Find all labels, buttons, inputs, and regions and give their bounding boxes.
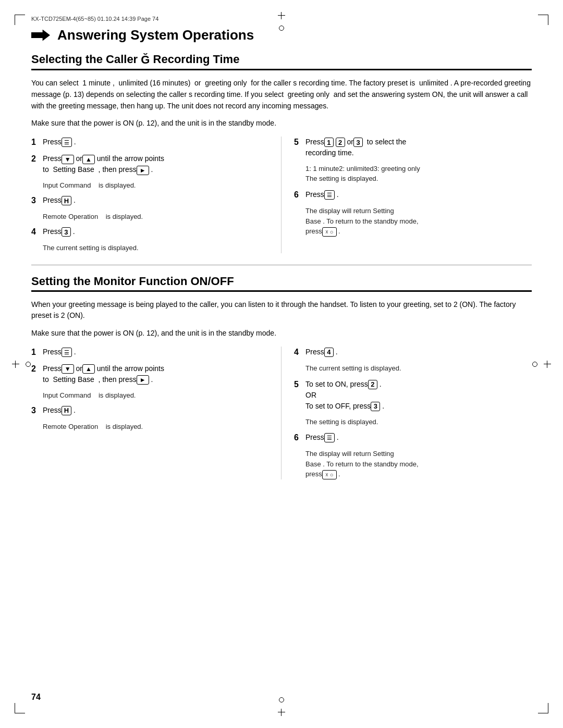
key-H2-icon: H [62,406,71,415]
subsection-monitor: Setting the Monitor Function ON/OFF When… [31,275,532,479]
step-s1-6-indent: The display will return Setting Base . T… [305,206,532,237]
step-s1-5: 5 Press1 2 or3 to select therecording ti… [294,137,532,158]
subsection1-title: Selecting the Caller Ğ Recording Time [31,53,532,70]
step-s2-5-indent: The setting is displayed. [305,417,532,427]
key-down-icon: ▼ [62,155,74,164]
subsection2-title: Setting the Monitor Function ON/OFF [31,275,532,292]
step-s1-1: 1 Press☰ . [31,137,271,148]
page-number: 74 [31,693,41,702]
key-off-icon: ☓ ○ [322,227,337,237]
subsection2-col2: 4 Press4 . The current setting is displa… [282,347,532,479]
step-s2-4: 4 Press4 . [294,347,532,358]
key-up2-icon: ▲ [82,364,95,374]
subsection2-col1: 1 Press☰ . 2 Press▼ or▲ until the arrow … [31,347,282,479]
key-1-icon: 1 [324,138,334,147]
key-right2-icon: ► [137,375,149,385]
caller-symbol: Ğ [141,53,150,66]
subsection2-body1: When your greeting message is being play… [31,299,532,322]
step-s2-1: 1 Press☰ . [31,347,271,358]
section-divider [31,265,532,265]
subsection1-steps: 1 Press☰ . 2 Press▼ or▲ until the arrow … [31,137,532,253]
key-right-icon: ► [137,166,149,175]
key-3-icon: 3 [62,227,71,237]
key-3b-icon: 3 [353,138,363,147]
step-s1-3-indent: Remote Operation is displayed. [43,212,271,222]
step-s2-2-indent: Input Command is displayed. [43,390,271,401]
key-2-icon: 2 [336,138,345,147]
subsection1-body1: You can select 1 minute , unlimited (16 … [31,78,532,112]
step-s1-2: 2 Press▼ or▲ until the arrow points to S… [31,153,271,175]
step-s2-6-indent: The display will return Setting Base . T… [305,449,532,479]
step-s2-3: 3 PressH . [31,405,271,416]
step-s2-4-indent: The current setting is displayed. [305,363,532,374]
key-4-icon: 4 [324,348,334,357]
key-up-icon: ▲ [82,155,95,164]
key-menu4-icon: ☰ [324,433,335,442]
subsection1-body2: Make sure that the power is ON (p. 12), … [31,118,532,129]
key-menu-icon: ☰ [62,138,72,147]
step-s1-6: 6 Press☰ . [294,189,532,201]
step-s1-3: 3 PressH . [31,195,271,206]
key-menu2-icon: ☰ [324,190,335,200]
step-s2-3-indent: Remote Operation is displayed. [43,422,271,432]
header-meta: KX-TCD725EM-4(65~85) 01.10.24 14:39 Page… [31,16,532,22]
subsection-caller-recording: Selecting the Caller Ğ Recording Time Yo… [31,53,532,253]
header-text: KX-TCD725EM-4(65~85) 01.10.24 14:39 Page… [31,16,158,22]
subsection2-body2: Make sure that the power is ON (p. 12), … [31,328,532,339]
key-H-icon: H [62,196,71,205]
key-2b-icon: 2 [368,380,377,389]
subsection2-steps: 1 Press☰ . 2 Press▼ or▲ until the arrow … [31,347,532,479]
step-s2-2: 2 Press▼ or▲ until the arrow points to S… [31,363,271,385]
section-arrow-icon [31,30,50,41]
section-header: Answering System Operations [31,27,532,43]
section-title: Answering System Operations [57,27,254,43]
step-s1-4-indent: The current setting is displayed. [43,243,271,253]
step-s1-5-indent: 1: 1 minute2: unlimited3: greeting only … [305,164,532,184]
subsection1-col1: 1 Press☰ . 2 Press▼ or▲ until the arrow … [31,137,282,253]
step-s1-2-indent: Input Command is displayed. [43,180,271,191]
key-menu3-icon: ☰ [62,348,72,357]
step-s1-4: 4 Press3 . [31,226,271,238]
key-off2-icon: ☓ ○ [322,470,337,479]
key-3c-icon: 3 [371,402,380,411]
subsection1-col2: 5 Press1 2 or3 to select therecording ti… [282,137,532,253]
step-s2-5: 5 To set to ON, press2 . OR To set to OF… [294,379,532,412]
step-s2-6: 6 Press☰ . [294,432,532,443]
key-down2-icon: ▼ [62,364,74,374]
